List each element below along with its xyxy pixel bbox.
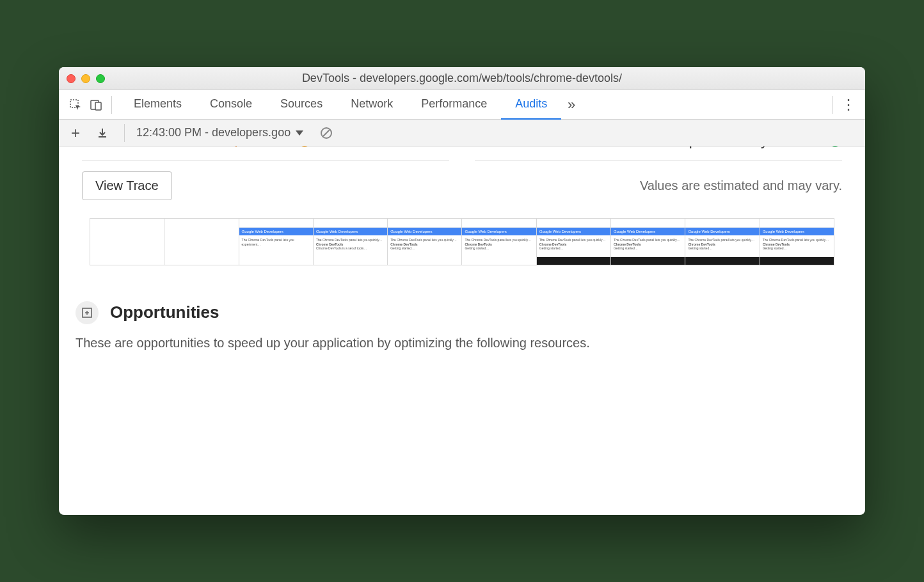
filmstrip-frame[interactable]: Google Web Developers The Chrome DevTool… <box>536 219 610 265</box>
pass-icon: ✓ <box>828 146 842 147</box>
opportunities-header: Opportunities <box>76 301 848 324</box>
panel-tabs: Elements Console Sources Network Perform… <box>120 90 561 120</box>
tab-sources[interactable]: Sources <box>266 90 337 120</box>
warning-icon: ! <box>298 146 312 147</box>
filmstrip-frame[interactable]: Google Web Developers The Chrome DevTool… <box>313 219 387 265</box>
new-audit-icon[interactable]: + <box>65 123 86 143</box>
tab-performance[interactable]: Performance <box>407 90 501 120</box>
devtools-window: DevTools - developers.google.com/web/too… <box>59 67 865 515</box>
svg-rect-2 <box>95 102 101 110</box>
clear-icon[interactable] <box>316 123 337 143</box>
opportunities-title: Opportunities <box>110 303 219 322</box>
tab-elements[interactable]: Elements <box>120 90 196 120</box>
dropdown-icon <box>296 130 303 136</box>
audit-selector-label: 12:43:00 PM - developers.goo <box>136 126 291 139</box>
divider <box>832 96 833 114</box>
devtools-tabbar: Elements Console Sources Network Perform… <box>59 90 865 120</box>
window-title: DevTools - developers.google.com/web/too… <box>59 72 865 85</box>
divider <box>82 161 449 161</box>
filmstrip-frame[interactable] <box>164 219 238 265</box>
device-toggle-icon[interactable] <box>86 95 106 115</box>
kebab-menu-icon[interactable]: ⋮ <box>838 95 859 115</box>
trace-row: View Trace Values are estimated and may … <box>70 171 854 200</box>
filmstrip: Google Web Developers The Chrome DevTool… <box>90 218 834 265</box>
filmstrip-frame[interactable]: Google Web Developers The Chrome DevTool… <box>685 219 759 265</box>
tab-audits[interactable]: Audits <box>501 90 561 120</box>
audit-selector[interactable]: 12:43:00 PM - developers.goo <box>136 126 303 139</box>
more-tabs-icon[interactable]: » <box>561 95 582 115</box>
view-trace-button[interactable]: View Trace <box>82 171 172 200</box>
inspect-element-icon[interactable] <box>65 95 86 115</box>
download-icon[interactable] <box>92 123 113 143</box>
filmstrip-frame[interactable]: Google Web Developers The Chrome DevTool… <box>239 219 313 265</box>
divider <box>124 124 125 142</box>
opportunities-icon <box>76 301 99 324</box>
titlebar: DevTools - developers.google.com/web/too… <box>59 67 865 90</box>
filmstrip-frame[interactable] <box>90 219 164 265</box>
filmstrip-frame[interactable]: Google Web Developers The Chrome DevTool… <box>387 219 461 265</box>
estimation-note: Values are estimated and may vary. <box>640 178 842 193</box>
divider <box>475 161 842 161</box>
tab-network[interactable]: Network <box>337 90 407 120</box>
tab-console[interactable]: Console <box>196 90 266 120</box>
opportunities-section: Opportunities These are opportunities to… <box>70 301 854 350</box>
audits-content: Time to Interactive 7,180 ms ! Estimated… <box>59 146 865 515</box>
audits-toolbar: + 12:43:00 PM - developers.goo <box>59 120 865 146</box>
divider <box>111 96 112 114</box>
filmstrip-frame[interactable]: Google Web Developers The Chrome DevTool… <box>610 219 685 265</box>
filmstrip-frame[interactable]: Google Web Developers The Chrome DevTool… <box>760 219 834 265</box>
filmstrip-frame[interactable]: Google Web Developers The Chrome DevTool… <box>461 219 536 265</box>
opportunities-description: These are opportunities to speed up your… <box>76 336 848 350</box>
